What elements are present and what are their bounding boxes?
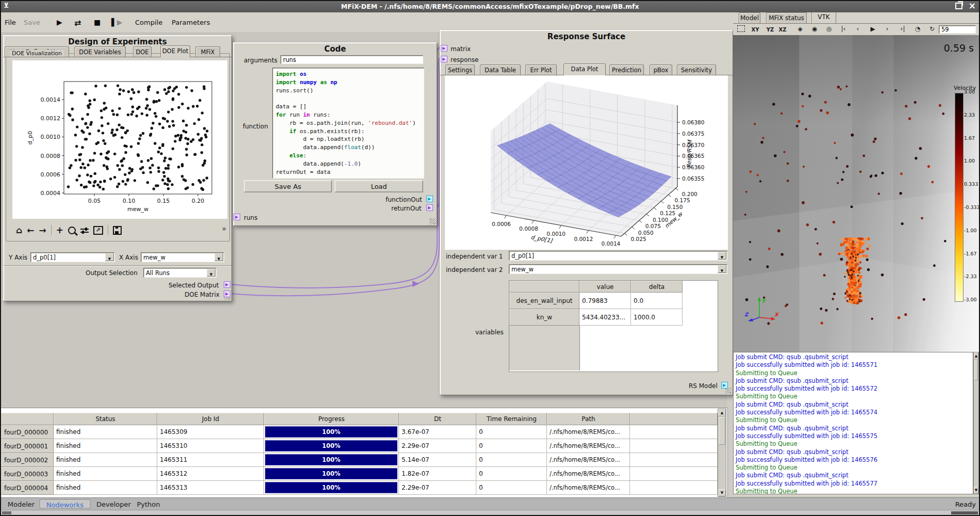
run-icon[interactable]: ▶ (57, 18, 62, 26)
y-axis-select[interactable]: d_p0[1] (30, 252, 115, 262)
jobs-table[interactable]: StatusJob IdProgressDtTime RemainingPath… (0, 408, 728, 498)
jobs-dt-cell[interactable]: 1.82e-07 (399, 467, 476, 481)
last-frame-icon[interactable]: ›| (896, 25, 909, 33)
jobs-row-header[interactable]: fourD_000000 (1, 425, 54, 439)
jobs-time-remaining-cell[interactable]: 0 (476, 425, 547, 439)
rs-model-port[interactable] (721, 382, 728, 389)
jobs-filler-cell[interactable] (630, 439, 718, 453)
scroll-down-icon[interactable]: ▼ (974, 487, 978, 494)
tab-doe-variables[interactable]: DOE Variables (74, 46, 126, 57)
jobs-status-cell[interactable]: finished (54, 467, 157, 481)
tab-sensitivity[interactable]: Sensitivity (677, 64, 716, 75)
tab-mfix[interactable]: MFiX (195, 46, 220, 57)
mode-tab-modeler[interactable]: Modeler (6, 499, 37, 508)
menu-parameters[interactable]: Parameters (172, 19, 210, 26)
visibility-icon[interactable]: ◎ (823, 25, 835, 33)
perspective-icon[interactable]: ◈ (794, 25, 806, 33)
rs-table-cell[interactable]: kn_w (509, 309, 579, 326)
menu-save[interactable]: Save (24, 19, 40, 26)
jobs-corner-cell[interactable] (1, 413, 54, 425)
close-icon[interactable]: × (969, 2, 976, 9)
rs-table-cell[interactable] (509, 281, 579, 293)
doe-plot-canvas[interactable]: 0.00140.00120.00100.00080.00060.00040.05… (12, 60, 227, 219)
menu-file[interactable]: File (5, 19, 16, 26)
tab-data-table[interactable]: Data Table (480, 64, 521, 75)
scrollbar-thumb[interactable] (974, 360, 978, 380)
scroll-down-icon[interactable]: ▼ (718, 489, 726, 496)
jobs-time-remaining-cell[interactable]: 0 (476, 481, 547, 495)
ivar2-select[interactable]: mew_w (509, 264, 727, 274)
ivar1-select[interactable]: d_p0[1] (509, 251, 727, 261)
jobs-row-header[interactable]: fourD_000004 (1, 481, 54, 495)
load-button[interactable]: Load (335, 180, 423, 192)
function-code-editor[interactable]: import osimport numpy as npruns.sort() d… (272, 68, 424, 179)
jobs-time-remaining-cell[interactable]: 0 (476, 467, 547, 481)
matrix-in-port[interactable] (441, 45, 447, 52)
x-axis-select[interactable]: mew_w (141, 252, 224, 262)
tab-err-plot[interactable]: Err Plot (525, 64, 557, 75)
jobs-filler-head[interactable] (630, 413, 718, 425)
jobs-jobid-cell[interactable]: 1465310 (157, 439, 264, 453)
frame-index-input[interactable] (939, 25, 976, 34)
reload-icon[interactable]: ↻ (926, 25, 938, 33)
pan-icon[interactable]: + (56, 225, 63, 235)
selected-output-port[interactable] (224, 281, 230, 288)
jobs-path-cell[interactable]: /.nfs/home/8/REMS/co... (547, 481, 630, 495)
response-surface-node-panel[interactable]: Response Surface matrix response Setting… (440, 30, 733, 395)
scrollbar-thumb[interactable] (719, 417, 725, 445)
runs-in-port[interactable] (234, 214, 240, 220)
mode-tab-nodeworks[interactable]: Nodeworks (40, 499, 90, 508)
stop-icon[interactable]: ■ (94, 18, 101, 26)
jobs-row-header[interactable]: fourD_000003 (1, 467, 54, 481)
jobs-jobid-cell[interactable]: 1465311 (157, 453, 264, 467)
output-selection-select[interactable]: All Runs (143, 268, 217, 278)
resize-grip[interactable] (429, 218, 436, 224)
jobs-progress-cell[interactable]: 100% (264, 425, 399, 439)
tab-doe[interactable]: DOE (133, 46, 152, 57)
jobs-jobid-cell[interactable]: 1465313 (157, 481, 264, 495)
play-speed-icon[interactable]: ◔ (911, 25, 924, 33)
jobs-jobid-cell[interactable]: 1465312 (157, 467, 264, 481)
fit-view-icon[interactable] (735, 25, 747, 34)
save-figure-icon[interactable] (113, 226, 122, 235)
mode-tab-developer[interactable]: Developer (94, 499, 133, 508)
rs-table-cell[interactable]: delta (631, 281, 683, 293)
zoom-icon[interactable] (68, 227, 76, 234)
previous-frame-icon[interactable]: ‹ (852, 25, 864, 33)
jobs-filler-cell[interactable] (630, 453, 718, 467)
jobs-col-job-id[interactable]: Job Id (157, 413, 264, 425)
doe-node-panel[interactable]: Design of Experiments User Defined VarsD… (3, 35, 232, 301)
log-scrollbar[interactable]: ▲ ▼ (973, 352, 979, 494)
rs-table-cell[interactable]: 0.79883 (579, 293, 631, 309)
jobs-status-cell[interactable]: finished (54, 425, 157, 439)
return-out-port[interactable] (426, 204, 433, 211)
mode-tab-python[interactable]: Python (134, 499, 163, 508)
forward-icon[interactable]: → (39, 225, 46, 235)
jobs-status-cell[interactable]: finished (54, 481, 157, 495)
jobs-filler-cell[interactable] (630, 467, 718, 481)
jobs-progress-cell[interactable]: 100% (264, 453, 399, 467)
jobs-col-status[interactable]: Status (54, 413, 157, 425)
tab-pbox[interactable]: pBox (650, 64, 672, 75)
jobs-time-remaining-cell[interactable]: 0 (476, 439, 547, 453)
restore-icon[interactable] (955, 3, 962, 9)
rs-table-cell[interactable]: des_en_wall_input (509, 293, 579, 309)
jobs-filler-cell[interactable] (630, 425, 718, 439)
tab-mfix-status[interactable]: MFiX status (766, 12, 807, 23)
jobs-dt-cell[interactable]: 3.67e-07 (399, 425, 476, 439)
jobs-filler-cell[interactable] (630, 481, 718, 495)
jobs-row-header[interactable]: fourD_000001 (1, 439, 54, 453)
jobs-status-cell[interactable]: finished (54, 439, 157, 453)
doe-matrix-port[interactable] (224, 291, 230, 297)
scroll-up-icon[interactable]: ▲ (974, 352, 978, 360)
camera-icon[interactable]: ◉ (808, 25, 821, 33)
rs-table-cell[interactable]: 0.0 (631, 293, 683, 309)
play-icon[interactable]: ▶ (867, 25, 879, 33)
jobs-dt-cell[interactable]: 2.29e-07 (399, 439, 476, 453)
jobs-col-time-remaining[interactable]: Time Remaining (476, 413, 547, 425)
arguments-input[interactable] (280, 55, 423, 64)
tab-settings[interactable]: Settings (445, 64, 475, 75)
home-icon[interactable]: ⌂ (16, 225, 22, 235)
rs-variables-table[interactable]: valuedeltades_en_wall_input0.798830.0kn_… (509, 280, 718, 372)
tab-vtk[interactable]: VTK (811, 11, 836, 23)
